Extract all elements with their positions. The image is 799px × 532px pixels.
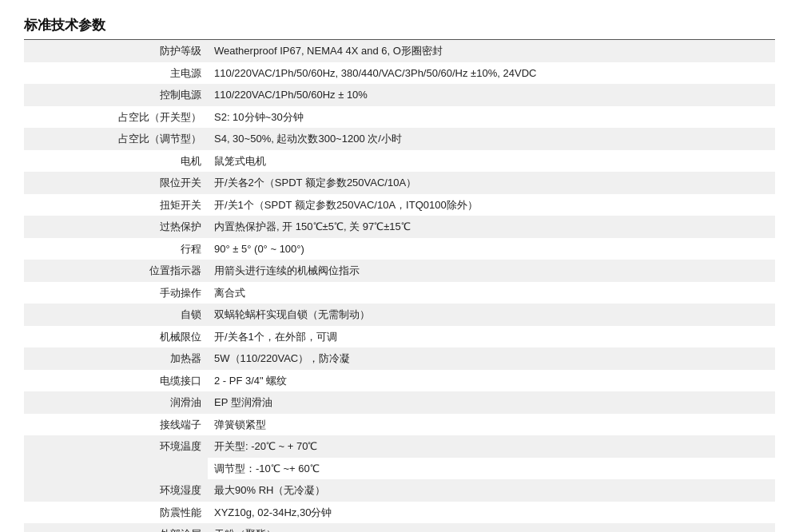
row-value: 90° ± 5° (0° ~ 100°) [208, 238, 775, 260]
row-value: 用箭头进行连续的机械阀位指示 [208, 260, 775, 282]
row-label: 外部涂层 [24, 523, 208, 532]
row-value: S2: 10分钟~30分钟 [208, 106, 775, 129]
table-row: 位置指示器用箭头进行连续的机械阀位指示 [24, 260, 775, 282]
table-row: 机械限位开/关各1个，在外部，可调 [24, 326, 775, 348]
spec-table: 防护等级Weatherproof IP67, NEMA4 4X and 6, O… [24, 40, 775, 532]
row-value: 内置热保护器, 开 150℃±5℃, 关 97℃±15℃ [208, 216, 775, 238]
table-row: 环境湿度最大90% RH（无冷凝） [24, 479, 775, 502]
table-row: 自锁双蜗轮蜗杆实现自锁（无需制动） [24, 304, 775, 326]
row-label: 接线端子 [24, 414, 208, 436]
row-label: 防震性能 [24, 502, 208, 524]
row-label: 位置指示器 [24, 260, 208, 282]
table-row: 环境温度开关型: -20℃ ~ + 70℃ [24, 435, 775, 458]
row-value: 离合式 [208, 282, 775, 304]
table-row: 手动操作离合式 [24, 282, 775, 304]
row-value: 110/220VAC/1Ph/50/60Hz, 380/440/VAC/3Ph/… [208, 62, 775, 85]
row-label: 手动操作 [24, 282, 208, 304]
row-value: S4, 30~50%, 起动次数300~1200 次/小时 [208, 128, 775, 150]
row-value: 开/关各2个（SPDT 额定参数250VAC/10A） [208, 172, 775, 194]
table-row: 占空比（调节型）S4, 30~50%, 起动次数300~1200 次/小时 [24, 128, 775, 150]
row-value: 开关型: -20℃ ~ + 70℃ [208, 435, 775, 458]
table-row: 防震性能XYZ10g, 02-34Hz,30分钟 [24, 502, 775, 524]
table-row: 电机 鼠笼式电机 [24, 150, 775, 173]
row-label: 过热保护 [24, 216, 208, 238]
table-row: 接线端子弹簧锁紧型 [24, 414, 775, 436]
row-value: 鼠笼式电机 [208, 150, 775, 173]
row-label: 行程 [24, 238, 208, 260]
row-value: 110/220VAC/1Ph/50/60Hz ± 10% [208, 84, 775, 106]
row-value: 最大90% RH（无冷凝） [208, 479, 775, 502]
row-value: XYZ10g, 02-34Hz,30分钟 [208, 502, 775, 524]
row-label: 加热器 [24, 347, 208, 370]
row-label: 扭矩开关 [24, 194, 208, 216]
row-label: 电缆接口 [24, 370, 208, 392]
row-value: 弹簧锁紧型 [208, 414, 775, 436]
row-label: 环境温度 [24, 435, 208, 479]
row-value: 双蜗轮蜗杆实现自锁（无需制动） [208, 304, 775, 326]
table-row: 行程90° ± 5° (0° ~ 100°) [24, 238, 775, 260]
row-label: 占空比（开关型） [24, 106, 208, 129]
table-row: 电缆接口2 - PF 3/4" 螺纹 [24, 370, 775, 392]
row-value: 5W（110/220VAC），防冷凝 [208, 347, 775, 370]
row-label: 电机 [24, 150, 208, 173]
row-label: 限位开关 [24, 172, 208, 194]
row-label: 润滑油 [24, 391, 208, 414]
row-value: 调节型：-10℃ ~+ 60℃ [208, 458, 775, 480]
row-label: 占空比（调节型） [24, 128, 208, 150]
row-value: 开/关各1个，在外部，可调 [208, 326, 775, 348]
table-row: 限位开关开/关各2个（SPDT 额定参数250VAC/10A） [24, 172, 775, 194]
table-row: 控制电源110/220VAC/1Ph/50/60Hz ± 10% [24, 84, 775, 106]
row-label: 环境湿度 [24, 479, 208, 502]
row-label: 机械限位 [24, 326, 208, 348]
row-value: 开/关1个（SPDT 额定参数250VAC/10A，ITQ0100除外） [208, 194, 775, 216]
page-title: 标准技术参数 [24, 16, 775, 34]
row-label: 自锁 [24, 304, 208, 326]
table-row: 主电源110/220VAC/1Ph/50/60Hz, 380/440/VAC/3… [24, 62, 775, 85]
table-row: 占空比（开关型）S2: 10分钟~30分钟 [24, 106, 775, 129]
row-value: Weatherproof IP67, NEMA4 4X and 6, O形圈密封 [208, 40, 775, 62]
row-value: 2 - PF 3/4" 螺纹 [208, 370, 775, 392]
table-row: 防护等级Weatherproof IP67, NEMA4 4X and 6, O… [24, 40, 775, 62]
table-row: 加热器5W（110/220VAC），防冷凝 [24, 347, 775, 370]
row-value: 干粉（聚酯） [208, 523, 775, 532]
row-label: 控制电源 [24, 84, 208, 106]
row-label: 防护等级 [24, 40, 208, 62]
table-row: 润滑油EP 型润滑油 [24, 391, 775, 414]
table-row: 外部涂层干粉（聚酯） [24, 523, 775, 532]
row-value: EP 型润滑油 [208, 391, 775, 414]
table-row: 扭矩开关开/关1个（SPDT 额定参数250VAC/10A，ITQ0100除外） [24, 194, 775, 216]
row-label: 主电源 [24, 62, 208, 85]
table-row: 过热保护内置热保护器, 开 150℃±5℃, 关 97℃±15℃ [24, 216, 775, 238]
